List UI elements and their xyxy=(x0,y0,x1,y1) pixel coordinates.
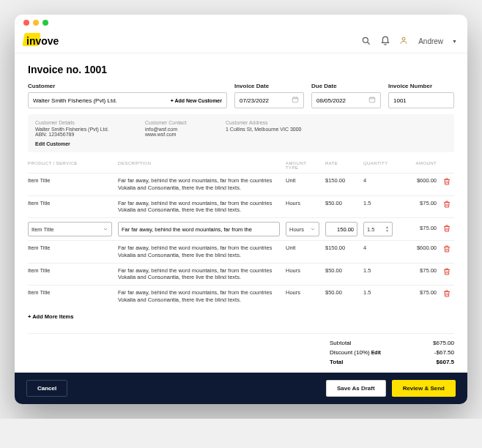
line-rate[interactable]: $50.00 xyxy=(325,267,357,274)
page-title: Invoice no. 1001 xyxy=(28,64,454,75)
subtotal-value: $675.00 xyxy=(433,340,454,346)
line-amount: $600.00 xyxy=(398,177,437,184)
add-more-items-button[interactable]: + Add More Items xyxy=(28,307,454,326)
customer-input[interactable] xyxy=(29,97,166,104)
bell-icon[interactable] xyxy=(380,36,390,46)
customer-details-label: Customer Details xyxy=(35,120,116,125)
line-delete-button[interactable] xyxy=(442,267,454,277)
edit-customer-link[interactable]: Edit Customer xyxy=(35,141,116,146)
due-date-field[interactable]: 08/05/2022 xyxy=(311,92,381,108)
invoice-number-input[interactable] xyxy=(393,97,449,104)
line-rate[interactable]: $150.00 xyxy=(325,177,357,184)
totals-panel: Subtotal $675.00 Discount (10%)Edit -$67… xyxy=(28,333,454,365)
user-name[interactable]: Andrew xyxy=(418,37,443,45)
subtotal-label: Subtotal xyxy=(330,340,351,346)
line-quantity[interactable]: 1.5 xyxy=(363,200,393,206)
customer-contact-label: Customer Contact xyxy=(145,120,196,125)
invoice-number-field[interactable] xyxy=(388,92,454,108)
customer-contact-site: www.wsf.com xyxy=(145,132,196,137)
top-bar: invove Andrew ▼ xyxy=(15,31,467,53)
minimize-dot[interactable] xyxy=(33,20,39,26)
calendar-icon[interactable] xyxy=(292,96,299,105)
add-new-customer-button[interactable]: + Add New Customer xyxy=(166,98,226,103)
line-items-header: PRODUCT / SERVICE DESCRIPTION AMOUNT TYP… xyxy=(28,158,454,173)
customer-label: Customer xyxy=(28,83,227,89)
line-items-list: Item TitleFar far away, behind the word … xyxy=(28,173,454,307)
line-amount: $75.00 xyxy=(398,289,437,296)
discount-edit-link[interactable]: Edit xyxy=(371,350,381,355)
line-description[interactable]: Far far away, behind the word mountains,… xyxy=(118,267,280,282)
invoice-date-field[interactable]: 07/23/2022 xyxy=(234,92,304,108)
save-as-draft-button[interactable]: Save As Draft xyxy=(326,380,386,397)
window-controls xyxy=(15,15,467,31)
line-rate[interactable]: $50.00 xyxy=(325,200,357,206)
chevron-down-icon[interactable]: ▼ xyxy=(452,39,457,44)
line-description[interactable]: Far far away, behind the word mountains,… xyxy=(118,200,280,214)
line-item[interactable]: Item Title xyxy=(28,289,112,296)
line-item[interactable]: Item Title xyxy=(28,200,112,206)
line-delete-button[interactable] xyxy=(442,200,454,210)
brand-text: invove xyxy=(26,35,59,47)
line-amount-type[interactable]: Unit xyxy=(286,177,319,184)
total-label: Total xyxy=(330,359,344,365)
cancel-button[interactable]: Cancel xyxy=(26,380,67,397)
line-rate-input[interactable] xyxy=(325,222,357,236)
footer-bar: Cancel Save As Draft Review & Send xyxy=(15,373,467,404)
line-item[interactable]: Item Title xyxy=(28,244,112,251)
line-item-select[interactable]: Item Title xyxy=(28,222,112,236)
invoice-date-label: Invoice Date xyxy=(234,83,304,89)
search-icon[interactable] xyxy=(361,36,371,46)
line-description[interactable]: Far far away, behind the word mountains,… xyxy=(118,289,280,304)
line-amount: $600.00 xyxy=(398,244,437,251)
line-delete-button[interactable] xyxy=(442,289,454,299)
line-quantity[interactable]: 1.5 xyxy=(363,267,393,274)
line-description[interactable]: Far far away, behind the word mountains,… xyxy=(118,177,280,192)
svg-point-0 xyxy=(363,37,368,42)
col-header-quantity: QUANTITY xyxy=(363,161,393,170)
calendar-icon[interactable] xyxy=(368,96,376,105)
customer-field[interactable]: + Add New Customer xyxy=(28,92,227,108)
svg-rect-3 xyxy=(292,97,298,102)
line-item[interactable]: Item Title xyxy=(28,267,112,274)
due-date-value: 08/05/2022 xyxy=(316,97,346,104)
line-amount-type[interactable]: Unit xyxy=(286,244,319,251)
invoice-number-label: Invoice Number xyxy=(388,83,454,89)
line-amount-type[interactable]: Hours xyxy=(286,200,319,206)
line-amount: $75.00 xyxy=(398,200,437,206)
line-quantity[interactable]: 1.5 xyxy=(363,289,393,296)
line-quantity-stepper[interactable]: 1.5▲▼ xyxy=(363,222,393,236)
line-quantity[interactable]: 4 xyxy=(363,177,393,184)
brand-logo[interactable]: invove xyxy=(25,35,60,47)
line-amount: $75.00 xyxy=(398,267,437,274)
svg-rect-7 xyxy=(369,97,375,102)
maximize-dot[interactable] xyxy=(42,20,48,26)
line-item[interactable]: Item Title xyxy=(28,177,112,184)
svg-line-1 xyxy=(368,42,370,45)
close-dot[interactable] xyxy=(23,20,29,26)
line-amount-type[interactable]: Hours xyxy=(286,289,319,296)
col-header-amount-type: AMOUNT TYPE xyxy=(286,161,319,170)
discount-value: -$67.50 xyxy=(434,349,454,356)
user-icon xyxy=(399,36,409,46)
line-delete-button[interactable] xyxy=(442,222,454,234)
total-value: $607.5 xyxy=(437,359,454,365)
line-description-input[interactable] xyxy=(118,222,280,236)
line-rate[interactable]: $150.00 xyxy=(325,244,357,251)
line-description[interactable]: Far far away, behind the word mountains,… xyxy=(118,244,280,259)
customer-details-name: Walter Smith Fisheries (Pvt) Ltd. xyxy=(35,127,116,132)
line-amount-type[interactable]: Hours xyxy=(286,267,319,274)
line-delete-button[interactable] xyxy=(442,244,454,255)
review-send-button[interactable]: Review & Send xyxy=(392,380,456,397)
page-content: Invoice no. 1001 Customer + Add New Cust… xyxy=(15,53,467,373)
customer-contact-email: info@wsf.com xyxy=(145,127,196,132)
customer-details-abn: ABN: 123456789 xyxy=(35,132,116,137)
col-header-rate: RATE xyxy=(325,161,357,170)
line-amount-type-select[interactable]: Hours xyxy=(286,222,319,236)
discount-label: Discount (10%) xyxy=(330,349,370,356)
col-header-item: PRODUCT / SERVICE xyxy=(28,161,112,170)
line-rate[interactable]: $50.00 xyxy=(325,289,357,296)
line-quantity[interactable]: 4 xyxy=(363,244,393,251)
customer-address-label: Customer Address xyxy=(226,120,306,125)
col-header-desc: DESCRIPTION xyxy=(118,161,280,170)
line-delete-button[interactable] xyxy=(442,177,454,187)
